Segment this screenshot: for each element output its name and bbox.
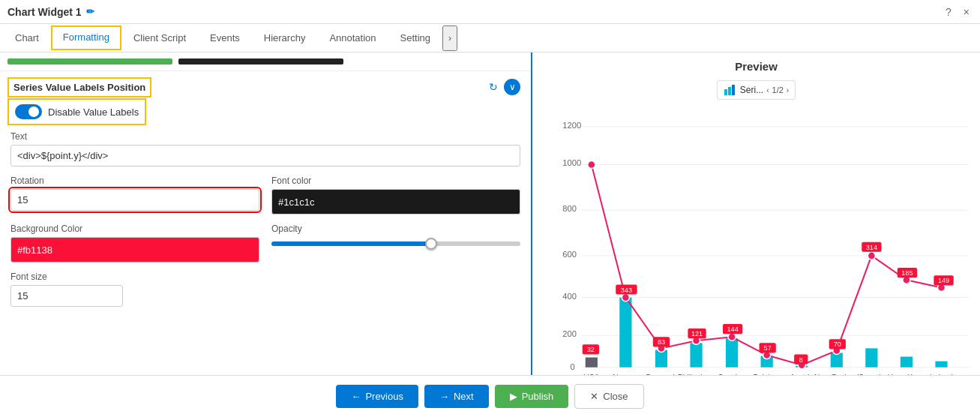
svg-text:149: 149 bbox=[938, 277, 949, 284]
opacity-slider[interactable] bbox=[271, 242, 520, 246]
rotation-label: Rotation bbox=[10, 176, 259, 186]
svg-rect-17 bbox=[586, 358, 598, 368]
svg-point-29 bbox=[622, 294, 629, 302]
collapse-button[interactable]: ∨ bbox=[504, 79, 520, 95]
rotation-input[interactable] bbox=[10, 189, 259, 211]
progress-bar-dark bbox=[178, 58, 343, 64]
legend-next-button[interactable]: › bbox=[787, 86, 789, 94]
svg-text:Belgium: Belgium bbox=[753, 374, 781, 375]
arrow-left-icon: ← bbox=[351, 391, 361, 402]
help-button[interactable]: ? bbox=[943, 4, 955, 20]
svg-rect-25 bbox=[865, 348, 877, 367]
svg-rect-18 bbox=[619, 298, 631, 368]
svg-point-32 bbox=[728, 333, 736, 340]
tab-client-script[interactable]: Client Script bbox=[121, 26, 198, 50]
svg-rect-20 bbox=[690, 343, 702, 367]
tab-annotation[interactable]: Annotation bbox=[317, 26, 388, 50]
disable-value-labels-toggle-row: Disable Value Labels bbox=[10, 101, 143, 122]
svg-text:Ireland: Ireland bbox=[930, 374, 953, 375]
svg-text:Canada: Canada bbox=[859, 374, 886, 375]
svg-text:200: 200 bbox=[562, 329, 577, 338]
svg-point-28 bbox=[588, 160, 595, 168]
svg-rect-1 bbox=[728, 87, 731, 95]
svg-text:8: 8 bbox=[799, 356, 803, 364]
next-button[interactable]: → Next bbox=[424, 385, 489, 408]
svg-text:0: 0 bbox=[570, 362, 574, 371]
svg-text:600: 600 bbox=[562, 250, 577, 259]
svg-text:Norway: Norway bbox=[613, 374, 639, 375]
tab-hierarchy[interactable]: Hierarchy bbox=[252, 26, 318, 50]
progress-bar-green bbox=[7, 58, 172, 64]
tab-chart[interactable]: Chart bbox=[3, 26, 51, 50]
close-button[interactable]: ✕ Close bbox=[574, 384, 643, 409]
svg-rect-24 bbox=[831, 352, 843, 367]
svg-text:USA: USA bbox=[583, 374, 599, 375]
svg-text:70: 70 bbox=[834, 340, 841, 348]
tab-setting[interactable]: Setting bbox=[388, 26, 442, 50]
legend-text: Seri... bbox=[740, 85, 763, 95]
close-x-icon: ✕ bbox=[590, 391, 598, 402]
svg-text:343: 343 bbox=[621, 286, 632, 294]
legend-chart-icon bbox=[724, 83, 737, 97]
disable-value-labels-toggle[interactable] bbox=[15, 104, 42, 119]
font-color-label: Font color bbox=[271, 176, 520, 186]
svg-rect-21 bbox=[726, 338, 738, 367]
svg-point-36 bbox=[868, 252, 875, 260]
legend-prev-button[interactable]: ‹ bbox=[766, 86, 769, 94]
svg-text:Philippines: Philippines bbox=[678, 374, 715, 375]
svg-text:800: 800 bbox=[562, 204, 577, 213]
svg-text:1000: 1000 bbox=[562, 158, 581, 167]
arrow-right-icon: → bbox=[439, 391, 449, 402]
svg-text:144: 144 bbox=[727, 326, 739, 333]
window-title: Chart Widget 1 bbox=[7, 6, 82, 18]
refresh-icon[interactable]: ↻ bbox=[489, 81, 498, 93]
previous-button[interactable]: ← Previous bbox=[336, 385, 418, 408]
tab-formatting[interactable]: Formatting bbox=[51, 26, 121, 50]
chart-preview: 1200 1000 800 600 400 200 0 bbox=[540, 104, 973, 375]
svg-text:Sweden: Sweden bbox=[718, 374, 746, 375]
svg-text:83: 83 bbox=[658, 338, 665, 346]
svg-text:185: 185 bbox=[901, 269, 913, 277]
svg-text:Denmark: Denmark bbox=[646, 374, 677, 375]
font-color-value: #1c1c1c bbox=[278, 196, 314, 208]
svg-text:400: 400 bbox=[562, 292, 577, 301]
legend-page: 1/2 bbox=[772, 86, 784, 94]
svg-text:314: 314 bbox=[866, 244, 877, 251]
font-size-input[interactable] bbox=[10, 285, 123, 307]
publish-play-icon: ▶ bbox=[510, 391, 517, 402]
preview-title: Preview bbox=[540, 60, 973, 73]
svg-text:Austria: Austria bbox=[790, 374, 814, 375]
background-color-value: #fb1138 bbox=[17, 244, 52, 256]
svg-text:1200: 1200 bbox=[562, 121, 581, 130]
publish-button[interactable]: ▶ Publish bbox=[495, 385, 569, 408]
chart-svg: 1200 1000 800 600 400 200 0 bbox=[540, 104, 973, 375]
edit-title-icon[interactable]: ✏ bbox=[86, 6, 94, 17]
text-input[interactable] bbox=[10, 145, 520, 166]
svg-text:New Zealand: New Zealand bbox=[814, 374, 859, 375]
background-color-input[interactable]: #fb1138 bbox=[10, 237, 259, 262]
section-title: Series Value Labels Position bbox=[10, 80, 148, 94]
tab-events[interactable]: Events bbox=[198, 26, 252, 50]
close-window-button[interactable]: × bbox=[961, 4, 973, 20]
svg-rect-0 bbox=[724, 89, 727, 95]
svg-text:32: 32 bbox=[587, 346, 595, 353]
legend-item: Seri... ‹ 1/2 › bbox=[717, 80, 796, 100]
toggle-label: Disable Value Labels bbox=[48, 106, 139, 118]
svg-rect-2 bbox=[732, 85, 735, 95]
font-color-input[interactable]: #1c1c1c bbox=[271, 189, 520, 214]
font-size-label: Font size bbox=[10, 272, 520, 282]
opacity-label: Opacity bbox=[271, 224, 520, 234]
svg-text:57: 57 bbox=[764, 344, 772, 352]
svg-rect-26 bbox=[901, 357, 913, 368]
background-color-label: Background Color bbox=[10, 224, 259, 234]
svg-text:Hong Kong: Hong Kong bbox=[888, 374, 926, 375]
legend-nav: ‹ 1/2 › bbox=[766, 86, 789, 94]
tabs-more-button[interactable]: › bbox=[442, 26, 457, 51]
svg-rect-27 bbox=[935, 362, 947, 368]
text-label: Text bbox=[10, 131, 520, 142]
svg-text:121: 121 bbox=[691, 330, 703, 338]
